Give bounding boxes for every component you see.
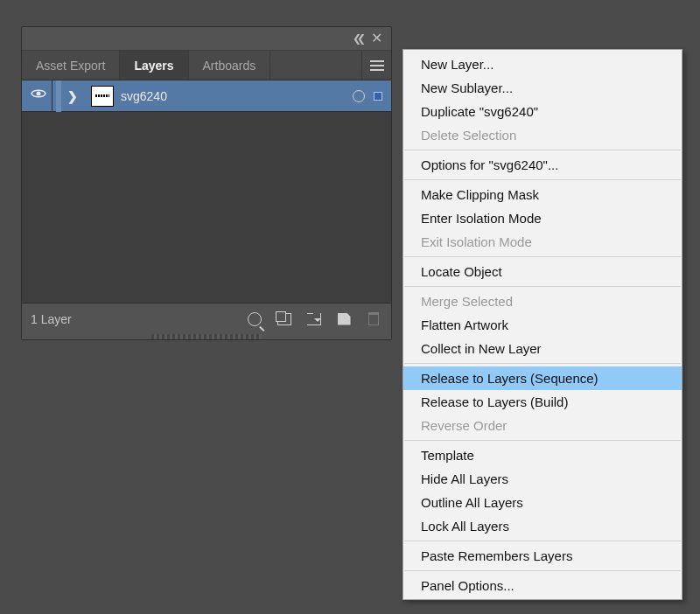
make-clipping-mask-button[interactable] [276, 310, 293, 328]
menu-separator [404, 570, 681, 571]
panel-footer: 1 Layer [22, 303, 391, 334]
menu-separator [404, 256, 681, 257]
selection-color-icon[interactable] [374, 92, 382, 101]
sublayer-icon [307, 313, 321, 325]
search-icon [248, 312, 262, 326]
menu-item-release-to-layers-build[interactable]: Release to Layers (Build) [403, 390, 682, 414]
visibility-toggle-icon[interactable] [25, 86, 52, 106]
layer-list-empty-area [22, 112, 391, 303]
menu-item-options-for[interactable]: Options for "svg6240"... [403, 153, 682, 177]
panel-context-menu: New Layer...New Sublayer...Duplicate "sv… [402, 49, 682, 600]
menu-item-delete-selection: Delete Selection [403, 123, 682, 147]
tab-artboards[interactable]: Artboards [189, 51, 271, 80]
menu-item-collect-in-new-layer[interactable]: Collect in New Layer [403, 337, 682, 360]
svg-point-0 [37, 92, 41, 96]
menu-item-paste-remembers-layers[interactable]: Paste Remembers Layers [403, 544, 682, 568]
menu-item-release-to-layers-sequence[interactable]: Release to Layers (Sequence) [403, 366, 682, 390]
menu-separator [404, 286, 681, 287]
new-layer-icon [338, 313, 351, 325]
panel-titlebar: ❮❮ ✕ [22, 27, 391, 50]
menu-item-reverse-order: Reverse Order [403, 414, 682, 437]
menu-item-locate-object[interactable]: Locate Object [403, 260, 682, 283]
collapse-icon[interactable]: ❮❮ [353, 32, 361, 45]
menu-item-template[interactable]: Template [403, 443, 682, 467]
layers-panel: ❮❮ ✕ Asset Export Layers Artboards ❯ svg… [21, 26, 392, 340]
menu-separator [404, 179, 681, 180]
resize-grip[interactable] [151, 334, 262, 339]
create-new-layer-button[interactable] [335, 310, 353, 328]
tab-layers[interactable]: Layers [120, 51, 188, 80]
locate-object-button[interactable] [246, 310, 263, 328]
menu-item-new-layer[interactable]: New Layer... [403, 52, 682, 76]
menu-item-lock-all-layers[interactable]: Lock All Layers [403, 514, 682, 538]
clipping-mask-icon [277, 313, 291, 325]
menu-item-outline-all-layers[interactable]: Outline All Layers [403, 491, 682, 514]
menu-item-make-clipping-mask[interactable]: Make Clipping Mask [403, 183, 682, 206]
trash-icon [368, 312, 379, 325]
menu-item-hide-all-layers[interactable]: Hide All Layers [403, 467, 682, 491]
layer-count-label: 1 Layer [31, 312, 234, 326]
target-icon[interactable] [353, 90, 365, 102]
menu-item-new-sublayer[interactable]: New Sublayer... [403, 76, 682, 100]
layer-name[interactable]: svg6240 [121, 89, 353, 103]
panel-tabs: Asset Export Layers Artboards [22, 50, 391, 80]
menu-item-duplicate[interactable]: Duplicate "svg6240" [403, 100, 682, 123]
layer-thumbnail[interactable] [91, 86, 114, 107]
delete-layer-button[interactable] [365, 310, 382, 328]
menu-item-merge-selected: Merge Selected [403, 290, 682, 313]
menu-item-flatten-artwork[interactable]: Flatten Artwork [403, 313, 682, 337]
menu-item-exit-isolation-mode: Exit Isolation Mode [403, 230, 682, 254]
expand-caret-icon[interactable]: ❯ [61, 89, 84, 103]
menu-separator [404, 440, 681, 441]
layer-list: ❯ svg6240 [22, 80, 391, 303]
menu-item-panel-options[interactable]: Panel Options... [403, 574, 682, 597]
create-sublayer-button[interactable] [305, 310, 323, 328]
tab-asset-export[interactable]: Asset Export [22, 51, 120, 80]
menu-item-enter-isolation-mode[interactable]: Enter Isolation Mode [403, 206, 682, 230]
menu-separator [404, 363, 681, 364]
panel-menu-button[interactable] [361, 51, 391, 80]
close-icon[interactable]: ✕ [371, 31, 382, 45]
layer-row[interactable]: ❯ svg6240 [22, 80, 391, 112]
hamburger-icon [370, 65, 384, 66]
menu-separator [404, 541, 681, 541]
menu-separator [404, 150, 681, 150]
